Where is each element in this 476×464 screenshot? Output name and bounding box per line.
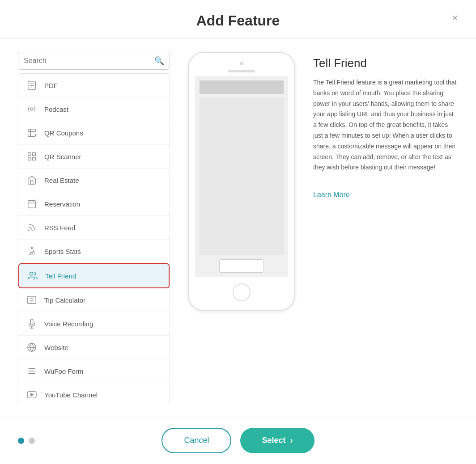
rss-feed-icon bbox=[26, 221, 38, 234]
svg-marker-21 bbox=[31, 393, 33, 396]
feature-info-title: Tell Friend bbox=[313, 56, 458, 70]
tell-friend-icon bbox=[26, 270, 39, 282]
search-box: 🔍 bbox=[18, 52, 170, 70]
feature-item-wufoo-form[interactable]: WuFoo Form bbox=[18, 359, 170, 383]
feature-item-podcast[interactable]: Podcast bbox=[18, 97, 170, 121]
feature-item-tell-friend[interactable]: Tell Friend bbox=[18, 263, 170, 288]
svg-point-9 bbox=[30, 272, 33, 275]
learn-more-link[interactable]: Learn More bbox=[313, 191, 458, 199]
modal-header: Add Feature × bbox=[0, 0, 476, 38]
chevron-right-icon: › bbox=[290, 436, 293, 445]
website-icon bbox=[26, 341, 38, 354]
phone-screen-bar bbox=[200, 80, 284, 94]
pdf-icon bbox=[26, 79, 38, 92]
svg-rect-10 bbox=[28, 296, 36, 304]
feature-label-podcast: Podcast bbox=[44, 105, 68, 113]
feature-item-qr-scanner[interactable]: QR Scanner bbox=[18, 145, 170, 169]
pagination-dot-1[interactable] bbox=[29, 438, 35, 444]
feature-label-rss-feed: RSS Feed bbox=[44, 224, 75, 232]
phone-speaker bbox=[228, 70, 255, 72]
modal-title: Add Feature bbox=[196, 13, 280, 29]
modal-body: 🔍 PDFPodcastQR CouponsQR ScannerReal Est… bbox=[0, 38, 476, 417]
feature-item-reservation[interactable]: Reservation bbox=[18, 192, 170, 216]
feature-label-wufoo-form: WuFoo Form bbox=[44, 367, 83, 375]
feature-label-reservation: Reservation bbox=[44, 200, 80, 208]
feature-item-rss-feed[interactable]: RSS Feed bbox=[18, 216, 170, 240]
feature-label-voice-recording: Voice Recording bbox=[44, 320, 93, 328]
svg-rect-2 bbox=[28, 153, 31, 156]
phone-screen-button bbox=[219, 259, 264, 273]
feature-item-youtube-channel[interactable]: YouTube Channel bbox=[18, 383, 170, 403]
feature-label-tip-calculator: Tip Calculator bbox=[44, 296, 85, 304]
svg-rect-6 bbox=[28, 201, 36, 208]
search-icon: 🔍 bbox=[154, 56, 164, 66]
sports-stats-icon bbox=[26, 245, 38, 257]
feature-list: PDFPodcastQR CouponsQR ScannerReal Estat… bbox=[18, 74, 170, 403]
select-button[interactable]: Select › bbox=[240, 428, 314, 453]
feature-label-pdf: PDF bbox=[44, 82, 58, 89]
svg-rect-5 bbox=[33, 157, 35, 160]
search-input[interactable] bbox=[24, 57, 154, 65]
phone-camera bbox=[240, 62, 243, 65]
real-estate-icon bbox=[26, 174, 38, 186]
svg-point-8 bbox=[31, 247, 33, 249]
phone-content-area bbox=[200, 97, 284, 255]
feature-label-qr-scanner: QR Scanner bbox=[44, 153, 81, 160]
feature-item-real-estate[interactable]: Real Estate bbox=[18, 169, 170, 192]
pagination-dots bbox=[18, 438, 35, 444]
feature-label-tell-friend: Tell Friend bbox=[45, 272, 76, 280]
feature-info: Tell Friend The Tell Friend feature is a… bbox=[313, 52, 458, 199]
qr-coupons-icon bbox=[26, 127, 38, 139]
feature-item-tip-calculator[interactable]: Tip Calculator bbox=[18, 288, 170, 312]
feature-label-sports-stats: Sports Stats bbox=[44, 248, 81, 255]
feature-label-qr-coupons: QR Coupons bbox=[44, 129, 83, 137]
phone-mockup bbox=[188, 52, 295, 311]
cancel-button[interactable]: Cancel bbox=[162, 428, 231, 453]
modal-footer: Cancel Select › bbox=[0, 417, 476, 464]
right-panel: Tell Friend The Tell Friend feature is a… bbox=[188, 52, 458, 403]
podcast-icon bbox=[26, 103, 38, 115]
phone-screen bbox=[195, 76, 288, 277]
feature-item-voice-recording[interactable]: Voice Recording bbox=[18, 312, 170, 336]
voice-recording-icon bbox=[26, 317, 38, 330]
left-panel: 🔍 PDFPodcastQR CouponsQR ScannerReal Est… bbox=[18, 52, 170, 403]
qr-scanner-icon bbox=[26, 150, 38, 163]
pagination-dot-0[interactable] bbox=[18, 438, 24, 444]
feature-item-pdf[interactable]: PDF bbox=[18, 74, 170, 97]
feature-info-description: The Tell Friend feature is a great marke… bbox=[313, 77, 458, 173]
tip-calculator-icon bbox=[26, 294, 38, 306]
select-label: Select bbox=[262, 436, 285, 445]
footer-buttons: Cancel Select › bbox=[162, 428, 314, 453]
feature-item-website[interactable]: Website bbox=[18, 336, 170, 359]
feature-label-website: Website bbox=[44, 344, 68, 351]
feature-label-youtube-channel: YouTube Channel bbox=[44, 391, 98, 399]
svg-point-7 bbox=[29, 230, 30, 231]
feature-label-real-estate: Real Estate bbox=[44, 177, 79, 184]
close-button[interactable]: × bbox=[452, 13, 458, 23]
feature-item-sports-stats[interactable]: Sports Stats bbox=[18, 240, 170, 263]
youtube-channel-icon bbox=[26, 388, 38, 401]
phone-home-button bbox=[233, 283, 251, 301]
feature-list-container: PDFPodcastQR CouponsQR ScannerReal Estat… bbox=[18, 73, 170, 403]
wufoo-form-icon bbox=[26, 365, 38, 377]
svg-rect-3 bbox=[33, 153, 35, 156]
feature-item-qr-coupons[interactable]: QR Coupons bbox=[18, 121, 170, 145]
svg-point-1 bbox=[30, 108, 33, 110]
svg-rect-4 bbox=[28, 157, 31, 160]
reservation-icon bbox=[26, 198, 38, 210]
modal-container: Add Feature × 🔍 PDFPodcastQR CouponsQR S… bbox=[0, 0, 476, 464]
